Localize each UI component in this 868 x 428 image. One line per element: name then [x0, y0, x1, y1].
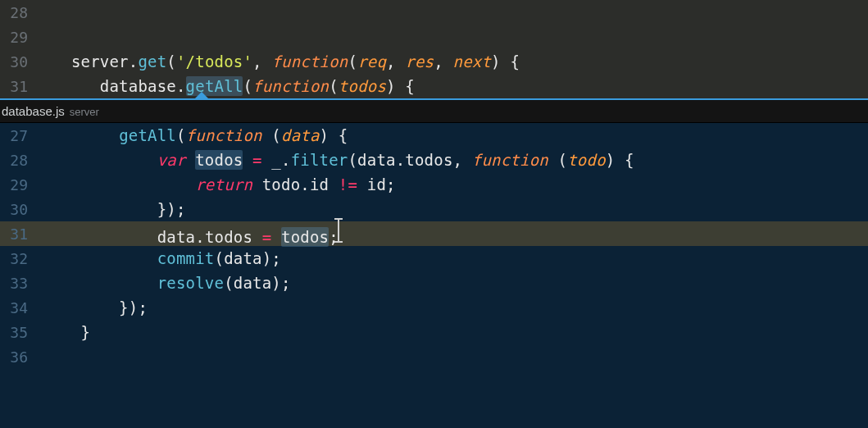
line-number: 34 — [0, 299, 43, 316]
token-punct: ) { — [320, 126, 348, 144]
token-prop: todos — [405, 151, 452, 169]
code-line[interactable]: 27 getAll(function (data) { — [0, 123, 868, 148]
text-cursor-icon — [339, 221, 339, 243]
token-punct: }); — [43, 298, 148, 316]
code-line[interactable]: 30 }); — [0, 197, 868, 221]
editor-pane-top[interactable]: 282930 server.get('/todos', function(req… — [0, 0, 868, 98]
code-line[interactable]: 31 database.getAll(function(todos) { — [0, 74, 868, 98]
token-punct: ( — [348, 52, 358, 71]
code-line[interactable]: 29 — [0, 25, 868, 49]
token-op: = — [252, 151, 262, 169]
token-method: get — [138, 52, 166, 71]
code-content[interactable]: return todo.id != id; — [43, 175, 396, 194]
peek-header[interactable]: database.js server — [0, 100, 868, 123]
token-ident: id; — [357, 175, 396, 194]
line-number: 31 — [0, 78, 43, 95]
token-punct: ( — [176, 126, 186, 144]
token-punct — [243, 151, 252, 169]
code-editor: 282930 server.get('/todos', function(req… — [0, 0, 868, 428]
token-punct: ( — [166, 52, 176, 71]
line-number: 36 — [0, 348, 43, 366]
token-prop: id — [310, 175, 339, 194]
peek-filename[interactable]: database.js — [2, 104, 65, 118]
code-line[interactable]: 32 commit(data); — [0, 246, 868, 271]
token-param: res — [405, 52, 434, 71]
code-line[interactable]: 30 server.get('/todos', function(req, re… — [0, 49, 868, 74]
token-ident: todos — [281, 227, 329, 247]
token-param: data — [281, 126, 320, 144]
editor-pane-peek[interactable]: 27 getAll(function (data) {28 var todos … — [0, 123, 868, 428]
token-k-return: return — [195, 175, 252, 194]
token-punct: ) { — [606, 151, 634, 169]
code-content[interactable]: commit(data); — [43, 249, 281, 267]
token-method: getAll — [119, 126, 176, 144]
code-line[interactable]: 28 var todos = _.filter(data.todos, func… — [0, 148, 868, 172]
token-ident: todo — [252, 175, 300, 194]
token-ident: _ — [262, 151, 281, 169]
token-punct: . — [129, 52, 139, 71]
token-punct: . — [195, 228, 205, 246]
line-number: 29 — [0, 29, 43, 46]
token-ident: (data — [348, 151, 395, 169]
code-content[interactable]: var todos = _.filter(data.todos, functio… — [43, 151, 634, 169]
token-punct — [271, 228, 281, 246]
token-punct — [43, 151, 157, 169]
token-punct — [43, 52, 71, 71]
token-ident: database — [100, 77, 176, 95]
token-prop: todos — [205, 228, 262, 246]
token-param: todo — [567, 151, 606, 169]
token-punct: ) { — [386, 77, 415, 95]
token-op: = — [262, 228, 272, 246]
token-punct: , — [252, 52, 271, 71]
peek-scope: server — [70, 106, 99, 118]
token-punct: . — [300, 175, 310, 194]
line-number: 35 — [0, 324, 43, 341]
token-punct: , — [386, 52, 405, 71]
code-content[interactable]: }); — [43, 200, 186, 218]
code-content[interactable]: } — [43, 323, 90, 341]
token-method: resolve — [43, 274, 224, 292]
token-punct — [43, 175, 195, 194]
token-method: filter — [291, 151, 348, 169]
code-content[interactable]: database.getAll(function(todos) { — [43, 77, 415, 95]
code-line[interactable]: 28 — [0, 0, 868, 25]
line-number: 33 — [0, 275, 43, 292]
token-punct: ( — [262, 126, 281, 144]
token-punct: ( — [243, 77, 252, 95]
token-punct — [43, 77, 100, 95]
code-line[interactable]: 31 data.todos = todos; — [0, 221, 868, 246]
token-method: commit — [43, 249, 215, 267]
code-content[interactable]: data.todos = todos; — [43, 221, 339, 246]
token-k-func: function — [186, 126, 262, 144]
code-content[interactable]: }); — [43, 298, 148, 316]
token-punct: . — [281, 151, 291, 169]
code-content[interactable]: server.get('/todos', function(req, res, … — [43, 52, 520, 71]
peek-divider — [0, 98, 868, 100]
token-punct: , — [453, 151, 472, 169]
code-line[interactable]: 34 }); — [0, 295, 868, 320]
code-line[interactable]: 36 — [0, 344, 868, 369]
token-punct: ( — [329, 77, 339, 95]
token-k-func: function — [472, 151, 548, 169]
code-content[interactable]: resolve(data); — [43, 274, 291, 292]
line-number: 29 — [0, 176, 43, 194]
token-punct: . — [396, 151, 406, 169]
token-punct — [43, 126, 119, 144]
token-param: req — [357, 52, 386, 71]
token-k-func: function — [271, 52, 348, 71]
token-ident: data — [43, 228, 195, 246]
line-number: 31 — [0, 225, 43, 243]
token-ident: server — [71, 52, 129, 71]
line-number: 28 — [0, 4, 43, 21]
code-content[interactable]: getAll(function (data) { — [43, 126, 348, 144]
code-line[interactable]: 33 resolve(data); — [0, 271, 868, 295]
code-line[interactable]: 35 } — [0, 320, 868, 344]
token-op: != — [339, 175, 357, 194]
code-line[interactable]: 29 return todo.id != id; — [0, 172, 868, 197]
token-ident: todos — [195, 150, 243, 170]
token-k-var: var — [157, 151, 186, 169]
token-k-func: function — [252, 77, 329, 95]
line-number: 30 — [0, 53, 43, 71]
token-punct — [186, 151, 196, 169]
line-number: 30 — [0, 201, 43, 218]
